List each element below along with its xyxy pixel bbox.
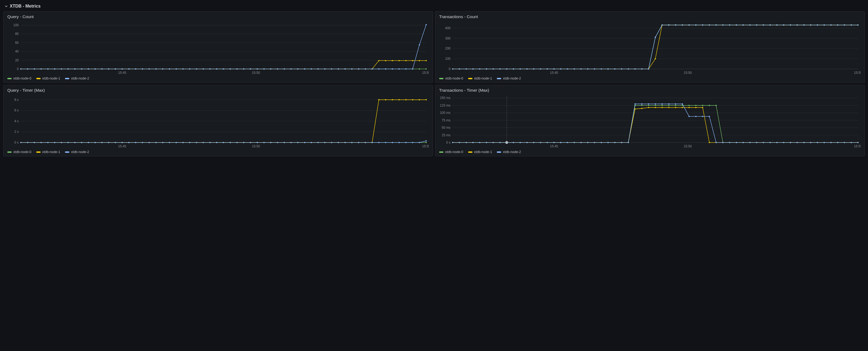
svg-text:0: 0 bbox=[448, 67, 451, 71]
svg-point-151 bbox=[115, 68, 116, 70]
svg-point-754 bbox=[608, 142, 609, 143]
svg-point-532 bbox=[41, 142, 42, 143]
legend-item[interactable]: xtdb-node-2 bbox=[497, 76, 521, 80]
svg-point-166 bbox=[216, 68, 217, 70]
legend-item[interactable]: xtdb-node-1 bbox=[36, 150, 60, 154]
svg-point-703 bbox=[675, 107, 676, 108]
panel-query-timer[interactable]: Query - Timer (Max) 0 s2 s4 s6 s8 s15:45… bbox=[3, 85, 433, 156]
svg-text:15:55: 15:55 bbox=[422, 71, 429, 75]
svg-point-363 bbox=[655, 37, 656, 38]
svg-point-584 bbox=[392, 142, 393, 143]
svg-point-558 bbox=[216, 142, 217, 143]
svg-point-138 bbox=[27, 68, 28, 70]
chart-tx-count[interactable]: 010020030040015:4515:5015:55 bbox=[439, 21, 861, 75]
svg-text:15:55: 15:55 bbox=[854, 71, 861, 75]
svg-point-546 bbox=[135, 142, 136, 143]
legend-label: xtdb-node-0 bbox=[445, 76, 463, 80]
svg-text:15:50: 15:50 bbox=[684, 71, 692, 75]
svg-point-761 bbox=[655, 103, 656, 105]
svg-point-552 bbox=[176, 142, 177, 143]
legend-item[interactable]: xtdb-node-2 bbox=[65, 150, 89, 154]
svg-point-648 bbox=[716, 105, 717, 106]
legend-label: xtdb-node-1 bbox=[42, 150, 60, 154]
svg-point-150 bbox=[108, 68, 110, 70]
svg-point-646 bbox=[702, 105, 703, 106]
legend-item[interactable]: xtdb-node-2 bbox=[497, 150, 521, 154]
svg-point-379 bbox=[763, 24, 764, 26]
svg-point-134 bbox=[412, 60, 413, 61]
legend-item[interactable]: xtdb-node-1 bbox=[468, 76, 492, 80]
legend-item[interactable]: xtdb-node-0 bbox=[439, 76, 463, 80]
svg-point-544 bbox=[122, 142, 123, 143]
svg-point-560 bbox=[229, 142, 231, 143]
chart-tx-timer[interactable]: 0 s25 ms50 ms75 ms100 ms125 ms150 ms15:4… bbox=[439, 94, 861, 148]
svg-point-589 bbox=[426, 140, 427, 142]
legend-item[interactable]: xtdb-node-0 bbox=[7, 150, 31, 154]
svg-point-141 bbox=[48, 68, 49, 70]
svg-text:60: 60 bbox=[15, 41, 19, 45]
svg-point-536 bbox=[67, 142, 69, 143]
svg-point-549 bbox=[155, 142, 157, 143]
svg-point-382 bbox=[783, 24, 784, 26]
chart-query-timer[interactable]: 0 s2 s4 s6 s8 s15:4515:5015:55 bbox=[7, 94, 429, 148]
legend-item[interactable]: xtdb-node-2 bbox=[65, 76, 89, 80]
svg-text:25 ms: 25 ms bbox=[441, 133, 451, 137]
legend: xtdb-node-0xtdb-node-1xtdb-node-2 bbox=[7, 148, 429, 154]
svg-point-642 bbox=[675, 105, 676, 106]
svg-point-156 bbox=[149, 68, 150, 70]
svg-text:15:50: 15:50 bbox=[684, 144, 692, 148]
svg-point-562 bbox=[243, 142, 245, 143]
svg-point-341 bbox=[506, 68, 507, 70]
svg-point-142 bbox=[54, 68, 55, 70]
svg-point-563 bbox=[250, 142, 251, 143]
svg-point-184 bbox=[338, 68, 339, 70]
legend-swatch bbox=[36, 78, 41, 79]
svg-text:20: 20 bbox=[15, 59, 19, 62]
legend-item[interactable]: xtdb-node-1 bbox=[468, 150, 492, 154]
panel-tx-timer[interactable]: Transactions - Timer (Max) 0 s25 ms50 ms… bbox=[435, 85, 865, 156]
chart-query-count[interactable]: 02040608010015:4515:5015:55 bbox=[7, 21, 429, 75]
svg-point-526 bbox=[412, 99, 413, 101]
svg-point-639 bbox=[655, 105, 656, 106]
svg-point-192 bbox=[392, 68, 393, 70]
svg-point-564 bbox=[257, 142, 258, 143]
svg-point-577 bbox=[344, 142, 346, 143]
svg-point-345 bbox=[533, 68, 534, 70]
legend-item[interactable]: xtdb-node-1 bbox=[36, 76, 60, 80]
svg-point-575 bbox=[331, 142, 332, 143]
svg-text:8 s: 8 s bbox=[14, 98, 19, 102]
svg-point-387 bbox=[817, 24, 818, 26]
svg-point-640 bbox=[661, 105, 663, 106]
svg-point-364 bbox=[661, 24, 663, 26]
svg-point-528 bbox=[426, 99, 427, 101]
svg-point-354 bbox=[594, 68, 595, 70]
panel-query-count[interactable]: Query - Count 02040608010015:4515:5015:5… bbox=[3, 11, 433, 83]
svg-text:15:45: 15:45 bbox=[118, 144, 126, 148]
legend-item[interactable]: xtdb-node-0 bbox=[7, 76, 31, 80]
svg-point-555 bbox=[196, 142, 197, 143]
section-header[interactable]: XTDB - Metrics bbox=[3, 2, 865, 11]
legend-item[interactable]: xtdb-node-0 bbox=[439, 150, 463, 154]
svg-point-153 bbox=[128, 68, 130, 70]
svg-point-749 bbox=[574, 142, 575, 143]
svg-point-753 bbox=[601, 142, 602, 143]
panel-tx-count[interactable]: Transactions - Count 010020030040015:451… bbox=[435, 11, 865, 83]
svg-point-741 bbox=[520, 142, 521, 143]
svg-point-791 bbox=[858, 142, 859, 143]
svg-point-641 bbox=[668, 105, 670, 106]
svg-point-583 bbox=[385, 142, 386, 143]
svg-point-180 bbox=[311, 68, 312, 70]
legend-label: xtdb-node-0 bbox=[13, 76, 31, 80]
svg-point-733 bbox=[466, 142, 467, 143]
svg-point-538 bbox=[81, 142, 82, 143]
svg-point-708 bbox=[709, 142, 710, 143]
svg-point-551 bbox=[169, 142, 170, 143]
svg-point-735 bbox=[479, 142, 480, 143]
svg-point-756 bbox=[621, 142, 622, 143]
legend-swatch bbox=[65, 78, 69, 79]
svg-point-534 bbox=[54, 142, 55, 143]
svg-text:15:55: 15:55 bbox=[854, 144, 861, 148]
svg-point-168 bbox=[229, 68, 231, 70]
svg-point-390 bbox=[837, 24, 838, 26]
svg-point-348 bbox=[553, 68, 555, 70]
